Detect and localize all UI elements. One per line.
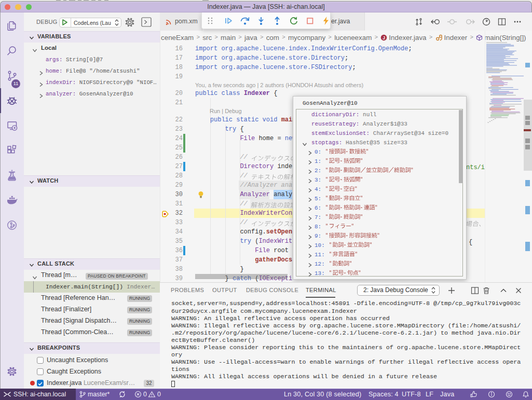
svg-text:J: J <box>383 35 385 40</box>
